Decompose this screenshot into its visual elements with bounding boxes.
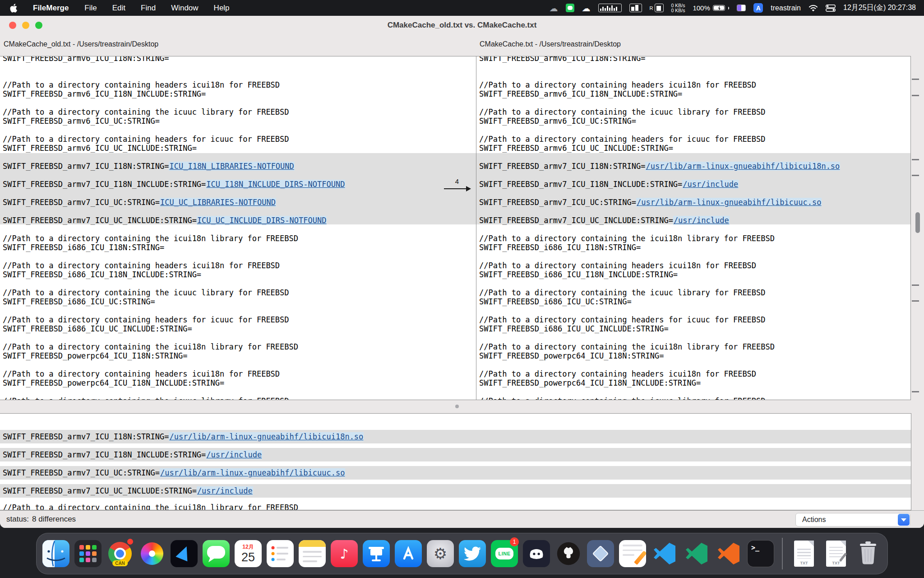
- dock: CAN12月25♪⚙LINE1>_TXTTXT: [36, 533, 888, 574]
- code-line: SWIFT_FREEBSD_i686_ICU_UC:STRING=: [479, 297, 908, 306]
- diff-gutter: 4: [438, 56, 476, 400]
- dock-item-terminal[interactable]: >_: [746, 539, 776, 569]
- title-bar[interactable]: CMakeCache_old.txt vs. CMakeCache.txt: [0, 16, 924, 34]
- pane-divider[interactable]: [0, 400, 924, 413]
- dock-item-discord[interactable]: [522, 539, 551, 569]
- disk-meter-icon[interactable]: R: [650, 4, 664, 12]
- dock-item-vscode-insiders[interactable]: [682, 539, 711, 569]
- code-line: SWIFT_FREEBSD_armv6_ICU_UC_INCLUDE:STRIN…: [479, 144, 908, 153]
- menu-items: FileEditFindWindowHelp: [77, 4, 237, 13]
- menu-item-edit[interactable]: Edit: [105, 4, 133, 13]
- dock-item-twitter[interactable]: [457, 539, 487, 569]
- menu-item-window[interactable]: Window: [163, 4, 206, 13]
- window-manager-icon[interactable]: [737, 5, 746, 11]
- dock-item-keynote[interactable]: [361, 539, 391, 569]
- wifi-icon[interactable]: [808, 5, 818, 12]
- icloud-icon[interactable]: ☁: [582, 3, 591, 13]
- dock-item-calendar[interactable]: 12月25: [233, 539, 263, 569]
- dock-item-finder[interactable]: [41, 539, 71, 569]
- minimize-button[interactable]: [22, 22, 29, 29]
- code-line: //Path to a directory containing the icu…: [3, 234, 435, 243]
- diff-map-mark: [912, 284, 919, 286]
- dock-item-launchpad[interactable]: [73, 539, 103, 569]
- code-line: SWIFT_FREEBSD_armv6_ICU_UC:STRING=: [479, 117, 908, 126]
- code-line: SWIFT_FREEBSD_powerpc64_ICU_I18N_INCLUDE…: [479, 378, 908, 387]
- zoom-button[interactable]: [35, 22, 42, 29]
- dock-item-txt-file[interactable]: TXT: [789, 539, 819, 569]
- code-line: //Path to a directory containing the icu…: [479, 107, 908, 117]
- code-line: //Path to a directory containing the icu…: [479, 288, 908, 297]
- merged-line: SWIFT_FREEBSD_armv7_ICU_UC:STRING=/usr/l…: [3, 468, 345, 477]
- scrollbar-track[interactable]: [911, 56, 924, 400]
- merge-result-pane[interactable]: SWIFT_FREEBSD_armv7_ICU_I18N:STRING=/usr…: [0, 413, 911, 510]
- diff-map-mark: [912, 300, 919, 302]
- divider-handle-icon[interactable]: [455, 405, 459, 408]
- dock-item-messages[interactable]: [201, 539, 231, 569]
- merge-direction-arrow[interactable]: [444, 186, 471, 194]
- apple-menu[interactable]: [8, 4, 25, 13]
- dock-item-vscode[interactable]: [650, 539, 679, 569]
- clock[interactable]: 12月25日(金) 20:27:38: [843, 3, 916, 13]
- code-line: SWIFT_FREEBSD_powerpc64_ICU_I18N_INCLUDE…: [3, 378, 435, 387]
- input-source[interactable]: A: [753, 3, 763, 13]
- file-headers: CMakeCache_old.txt - /Users/treastrain/D…: [0, 37, 924, 51]
- code-line: //Path to a directory containing the icu…: [479, 234, 908, 243]
- control-center-icon[interactable]: [826, 5, 836, 12]
- code-line: //Path to a directory containing headers…: [3, 261, 435, 270]
- left-pane[interactable]: SWIFT_FREEBSD_armv6_ICU_I18N:STRING=//Pa…: [0, 56, 438, 400]
- dock-item-app-store[interactable]: [393, 539, 423, 569]
- status-label: status:: [6, 515, 29, 524]
- weather-cloud-icon[interactable]: ☁: [550, 3, 558, 13]
- code-line: //Path to a directory containing headers…: [479, 80, 908, 89]
- chevron-down-icon: [898, 514, 910, 526]
- dock-item-trash[interactable]: [853, 539, 883, 569]
- menu-item-help[interactable]: Help: [206, 4, 237, 13]
- dock-item-pinwheel-app[interactable]: [137, 539, 167, 569]
- dock-item-developer-app[interactable]: [169, 539, 199, 569]
- actions-dropdown[interactable]: Actions: [795, 513, 910, 527]
- changed-value: /usr/lib/arm-linux-gnueabihf/libicui18n.…: [645, 162, 840, 171]
- changed-value: /usr/lib/arm-linux-gnueabihf/libicuuc.so: [636, 198, 822, 207]
- dock-item-github[interactable]: [554, 539, 583, 569]
- dock-item-writing-app[interactable]: [618, 539, 647, 569]
- menu-item-file[interactable]: File: [77, 4, 104, 13]
- changed-value: ICU_I18N_LIBRARIES-NOTFOUND: [169, 162, 294, 171]
- dock-item-line[interactable]: LINE1: [490, 539, 519, 569]
- scrollbar-thumb[interactable]: [915, 212, 920, 233]
- dock-item-notes[interactable]: [297, 539, 327, 569]
- apple-logo-icon: [10, 4, 18, 13]
- line-menubar-icon[interactable]: [566, 4, 574, 12]
- merged-line: //Path to a directory containing the icu…: [3, 503, 298, 510]
- dock-item-textedit-file[interactable]: TXT: [821, 539, 851, 569]
- window-title: CMakeCache_old.txt vs. CMakeCache.txt: [388, 21, 537, 29]
- diff-map-mark: [912, 159, 919, 160]
- desktop: FileMerge FileEditFindWindowHelp ☁☁R0 KB…: [0, 0, 924, 578]
- code-line: SWIFT_FREEBSD_powerpc64_ICU_I18N:STRING=: [3, 351, 435, 360]
- code-line: //Path to a directory containing headers…: [3, 369, 435, 378]
- memory-meter-icon[interactable]: [629, 4, 642, 12]
- battery[interactable]: 100%: [693, 4, 729, 12]
- close-button[interactable]: [9, 22, 16, 29]
- menu-item-find[interactable]: Find: [133, 4, 163, 13]
- code-line: SWIFT_FREEBSD_armv6_ICU_UC:STRING=: [3, 117, 435, 126]
- network-speed[interactable]: 0 KB/s0 KB/s: [671, 3, 685, 13]
- dock-item-design-app[interactable]: [586, 539, 615, 569]
- menu-bar-left: FileMerge FileEditFindWindowHelp: [8, 4, 237, 13]
- dock-item-chrome-canary[interactable]: CAN: [105, 539, 135, 569]
- code-line: SWIFT_FREEBSD_i686_ICU_UC_INCLUDE:STRING…: [3, 324, 435, 333]
- dock-item-music[interactable]: ♪: [329, 539, 359, 569]
- app-menu-filemerge[interactable]: FileMerge: [25, 4, 77, 13]
- dock-item-reminders[interactable]: [265, 539, 295, 569]
- diff-line: SWIFT_FREEBSD_armv7_ICU_UC:STRING=/usr/l…: [479, 198, 908, 207]
- user-name[interactable]: treastrain: [771, 4, 801, 12]
- dock-item-vscode-exploration[interactable]: [714, 539, 744, 569]
- cpu-history-meter-icon[interactable]: [598, 4, 622, 12]
- code-line: //Path to a directory containing headers…: [3, 80, 435, 89]
- code-line: SWIFT_FREEBSD_i686_ICU_I18N:STRING=: [3, 243, 435, 252]
- code-line: SWIFT_FREEBSD_armv6_ICU_I18N_INCLUDE:STR…: [479, 89, 908, 98]
- code-line: SWIFT_FREEBSD_i686_ICU_I18N_INCLUDE:STRI…: [3, 270, 435, 279]
- actions-label: Actions: [796, 516, 898, 524]
- dock-item-system-settings[interactable]: ⚙: [425, 539, 455, 569]
- notification-badge: [127, 539, 133, 545]
- right-pane[interactable]: SWIFT_FREEBSD_armv6_ICU_I18N:STRING=//Pa…: [476, 56, 911, 400]
